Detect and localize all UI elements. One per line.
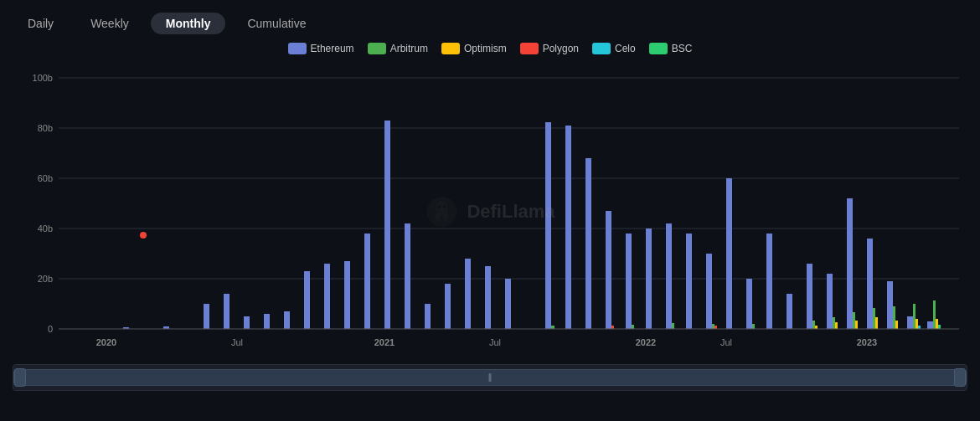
polygon-label: Polygon bbox=[543, 43, 579, 54]
bsc-label: BSC bbox=[672, 43, 693, 54]
bar-eth-2022apr bbox=[606, 211, 611, 329]
ethereum-label: Ethereum bbox=[311, 43, 354, 54]
bar-arb-2022julb bbox=[672, 323, 674, 329]
bar-opt-2023jul bbox=[916, 319, 918, 329]
tab-cumulative[interactable]: Cumulative bbox=[232, 13, 321, 34]
scrollbar-center-tick bbox=[489, 373, 492, 382]
bar-eth-2022may bbox=[626, 234, 632, 329]
svg-text:2023: 2023 bbox=[857, 337, 877, 347]
bar-eth-2021mar bbox=[344, 261, 350, 329]
bar-arb-2023may bbox=[873, 308, 875, 329]
bar-eth-2021jul bbox=[425, 304, 431, 329]
bar-eth-2022mar bbox=[585, 158, 591, 329]
bar-eth-2021jan bbox=[304, 271, 310, 329]
bar-eth-2020dec bbox=[284, 311, 290, 329]
bar-eth-2023jan bbox=[787, 294, 792, 329]
bar-poly-2022sep bbox=[714, 326, 717, 329]
legend-bsc: BSC bbox=[649, 43, 693, 54]
bar-eth-2023mar bbox=[827, 274, 833, 329]
svg-text:2020: 2020 bbox=[96, 337, 116, 347]
svg-text:2021: 2021 bbox=[374, 337, 395, 347]
bar-arb-2023feb bbox=[812, 321, 815, 329]
chart-wrapper: DefiLlama 100b 80b 60b 40b 20b 0 bbox=[13, 61, 967, 362]
bar-eth-2020oct bbox=[244, 316, 250, 329]
bar-arb-2023jun bbox=[893, 306, 895, 329]
svg-text:Jul: Jul bbox=[489, 337, 501, 347]
optimism-label: Optimism bbox=[464, 43, 507, 54]
bar-eth-2023feb bbox=[807, 264, 812, 329]
bar-arb-2023jul bbox=[913, 304, 916, 329]
bar-arb-2022nov bbox=[752, 324, 755, 329]
bar-eth-2022jan bbox=[545, 122, 551, 329]
bar-opt-2023apr bbox=[855, 321, 858, 329]
bar-eth-2022sep bbox=[706, 254, 712, 329]
bar-chart: 100b 80b 60b 40b 20b 0 bbox=[13, 61, 967, 362]
bar-eth-2020nov bbox=[264, 314, 270, 329]
bar-opt-2023jun bbox=[895, 321, 898, 329]
tab-weekly[interactable]: Weekly bbox=[75, 13, 144, 34]
bar-eth-2022aug bbox=[686, 234, 692, 329]
bar-arb-2023mar bbox=[833, 317, 835, 329]
scrollbar-thumb[interactable] bbox=[13, 369, 967, 386]
bar-eth-2023aug bbox=[927, 321, 933, 329]
bar-eth-2023jul bbox=[907, 316, 913, 329]
legend-optimism: Optimism bbox=[441, 43, 507, 54]
tab-monthly[interactable]: Monthly bbox=[151, 13, 226, 34]
scrollbar-container[interactable] bbox=[13, 364, 967, 391]
svg-text:60b: 60b bbox=[38, 173, 53, 183]
bar-poly-2022apr bbox=[611, 326, 614, 329]
bar-eth-2020aug bbox=[204, 304, 209, 329]
bar-eth-2023jun bbox=[887, 281, 893, 329]
bar-eth-2021aug bbox=[445, 284, 451, 329]
svg-text:0: 0 bbox=[48, 324, 53, 334]
bar-eth-2023apr bbox=[847, 198, 853, 329]
bar-eth-2021oct bbox=[485, 266, 491, 329]
scrollbar-handle-left[interactable] bbox=[14, 368, 26, 387]
polygon-color-swatch bbox=[520, 43, 539, 54]
svg-text:80b: 80b bbox=[38, 123, 53, 133]
bar-eth-2023may bbox=[867, 239, 873, 329]
bar-eth-2022nov bbox=[746, 279, 752, 329]
bar-eth-2021sep bbox=[465, 259, 471, 329]
bar-bsc-2023aug bbox=[938, 325, 941, 329]
svg-text:Jul: Jul bbox=[231, 337, 243, 347]
bar-arb-2023apr bbox=[853, 312, 855, 329]
bsc-color-swatch bbox=[649, 43, 668, 54]
legend-polygon: Polygon bbox=[520, 43, 579, 54]
celo-color-swatch bbox=[592, 43, 611, 54]
svg-text:Jul: Jul bbox=[720, 337, 732, 347]
bar-celo-2023jul bbox=[918, 326, 921, 329]
bar-arb-2022jan bbox=[551, 326, 554, 329]
tab-daily[interactable]: Daily bbox=[13, 13, 69, 34]
bar-eth-2021may bbox=[384, 121, 390, 329]
bar-eth-2022dec bbox=[766, 234, 772, 329]
bar-arb-2022sep bbox=[712, 324, 714, 329]
svg-text:20b: 20b bbox=[38, 274, 53, 284]
legend-ethereum: Ethereum bbox=[288, 43, 354, 54]
svg-text:2022: 2022 bbox=[636, 337, 656, 347]
bar-arb-2023aug bbox=[933, 300, 936, 329]
chart-legend: Ethereum Arbitrum Optimism Polygon Celo … bbox=[13, 43, 967, 54]
arbitrum-color-swatch bbox=[368, 43, 386, 54]
bar-eth-2020sep bbox=[224, 294, 230, 329]
polygon-anomaly-dot bbox=[140, 232, 147, 239]
legend-arbitrum: Arbitrum bbox=[368, 43, 428, 54]
bar-opt-2023mar bbox=[835, 322, 838, 329]
bar-eth-2021feb bbox=[324, 264, 330, 329]
bar-eth-2021jun bbox=[405, 223, 410, 329]
main-container: Daily Weekly Monthly Cumulative Ethereum… bbox=[0, 0, 980, 421]
ethereum-color-swatch bbox=[288, 43, 307, 54]
celo-label: Celo bbox=[615, 43, 636, 54]
bar-opt-2023feb bbox=[815, 326, 818, 329]
svg-text:40b: 40b bbox=[38, 223, 53, 234]
svg-text:100b: 100b bbox=[33, 73, 53, 83]
tab-bar: Daily Weekly Monthly Cumulative bbox=[13, 13, 967, 34]
bar-eth-2022oct bbox=[726, 178, 732, 329]
legend-celo: Celo bbox=[592, 43, 636, 54]
bar-opt-2023may bbox=[875, 317, 878, 329]
bar-eth-2021apr bbox=[364, 234, 370, 329]
arbitrum-label: Arbitrum bbox=[390, 43, 428, 54]
bar-arb-2022may bbox=[632, 325, 634, 329]
scrollbar-handle-right[interactable] bbox=[954, 368, 966, 387]
bar-eth-2022jul bbox=[666, 223, 672, 329]
